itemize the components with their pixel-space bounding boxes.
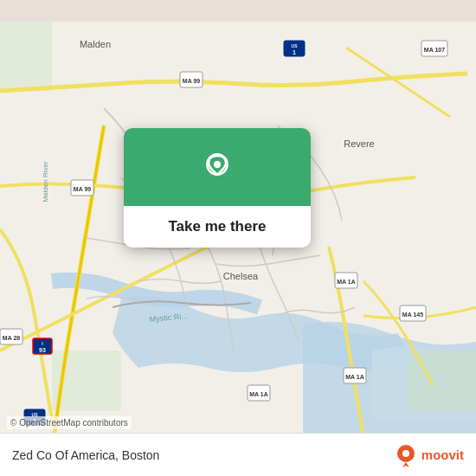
svg-text:93: 93 <box>39 347 46 353</box>
svg-text:MA 145: MA 145 <box>402 312 423 318</box>
svg-text:Revere: Revere <box>344 138 374 149</box>
svg-text:US: US <box>292 43 299 48</box>
svg-point-37 <box>214 161 221 168</box>
svg-point-39 <box>402 450 409 457</box>
svg-text:MA 28: MA 28 <box>3 335 20 341</box>
svg-text:Chelsea: Chelsea <box>223 271 259 281</box>
svg-rect-1 <box>407 351 476 411</box>
svg-text:MA 1A: MA 1A <box>249 391 268 397</box>
bottom-bar: Zed Co Of America, Boston moovit <box>0 433 476 476</box>
attribution-text: © OpenStreetMap contributors <box>10 418 128 428</box>
popup-header <box>124 128 311 206</box>
svg-text:MA 99: MA 99 <box>74 186 91 192</box>
location-pin-icon <box>200 151 235 186</box>
svg-text:MA 1A: MA 1A <box>337 279 356 285</box>
svg-text:Malden: Malden <box>80 39 111 49</box>
svg-text:MA 1A: MA 1A <box>345 374 364 380</box>
svg-text:Malden River: Malden River <box>42 161 49 202</box>
moovit-text: moovit <box>421 447 464 462</box>
popup-card: Take me there <box>124 128 311 248</box>
take-me-there-button[interactable]: Take me there <box>134 218 300 235</box>
svg-text:1: 1 <box>293 49 296 55</box>
moovit-logo-icon <box>394 443 418 467</box>
svg-text:MA 107: MA 107 <box>424 47 445 53</box>
location-label: Zed Co Of America, Boston <box>12 448 159 462</box>
popup-button-area[interactable]: Take me there <box>124 206 311 248</box>
map-attribution: © OpenStreetMap contributors <box>7 416 132 429</box>
map-container: MA 99 MA 99 US 1 MA 107 MA 1A MA 1A MA 1… <box>0 0 476 476</box>
svg-rect-2 <box>0 22 52 91</box>
moovit-logo: moovit <box>394 443 464 467</box>
svg-text:MA 99: MA 99 <box>183 78 200 84</box>
